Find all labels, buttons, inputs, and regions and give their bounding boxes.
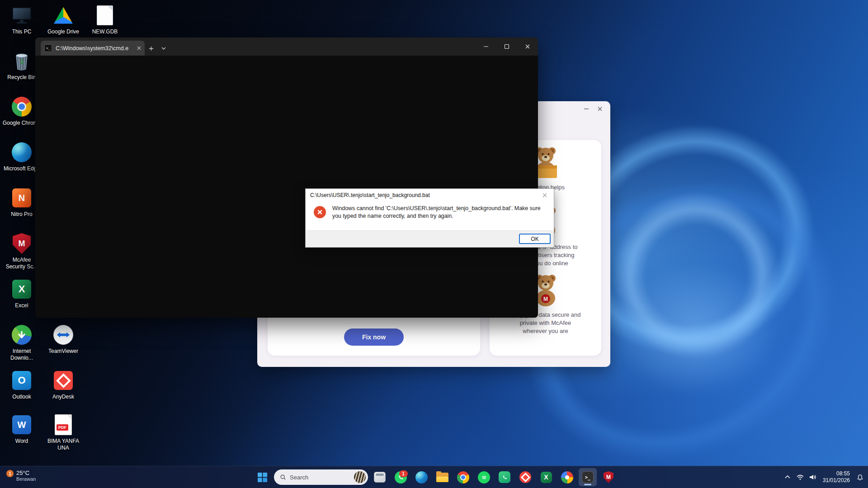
taskbar-phone-app-icon[interactable] — [495, 468, 514, 486]
tip-text-line: wherever you are — [490, 327, 601, 335]
error-dialog: C:\Users\USER\.tenjo\start_tenjo_backgro… — [305, 188, 554, 248]
taskbar-anydesk-icon[interactable] — [516, 468, 534, 486]
terminal-window: >_ C:\Windows\system32\cmd.e — [35, 38, 538, 318]
desktop-icon-new-gdb[interactable]: NEW.GDB — [85, 5, 124, 35]
taskbar-spotify-icon[interactable] — [475, 468, 493, 486]
terminal-tab[interactable]: >_ C:\Windows\system32\cmd.e — [41, 41, 145, 56]
tip-text-line: private with McAfee — [490, 319, 601, 327]
desktop-icon-label: NEW.GDB — [85, 28, 124, 35]
tab-dropdown-chevron-icon[interactable] — [157, 42, 170, 55]
error-icon — [314, 206, 326, 218]
google-drive-icon — [52, 5, 74, 26]
desktop-icon-idm[interactable]: Internet Downlo... — [2, 324, 41, 361]
desktop-icon-outlook[interactable]: O Outlook — [2, 370, 41, 400]
volume-icon[interactable] — [807, 468, 819, 486]
wallpaper-glow — [579, 235, 814, 425]
start-button[interactable] — [253, 468, 271, 486]
desktop-icon-label: Outlook — [2, 394, 41, 400]
desktop-icon-label: TeamViewer — [44, 348, 83, 355]
taskbar: 1 25°C Berawan Search — [0, 466, 868, 488]
cmd-icon: >_ — [44, 44, 52, 52]
desktop-icon-bima-pdf[interactable]: PDF BIMA YANFA UNA — [44, 414, 83, 451]
weather-condition: Berawan — [16, 476, 36, 482]
desktop-icon-word[interactable]: W Word — [2, 414, 41, 445]
desktop-icon-label: AnyDesk — [44, 394, 83, 400]
outlook-icon: O — [11, 370, 33, 391]
notification-bell-icon[interactable] — [854, 468, 866, 486]
desktop-icon-label: Word — [2, 438, 41, 445]
taskbar-chrome-icon[interactable] — [454, 468, 472, 486]
taskbar-whatsapp-icon[interactable]: 1 — [392, 468, 410, 486]
error-message: Windows cannot find 'C:\Users\USER\.tenj… — [332, 203, 547, 220]
anydesk-icon — [52, 370, 74, 391]
desktop-icon-label: Google Drive — [44, 28, 83, 35]
dialog-titlebar[interactable]: C:\Users\USER\.tenjo\start_tenjo_backgro… — [306, 189, 554, 201]
weather-temperature: 25°C — [16, 469, 36, 476]
internet-download-manager-icon — [11, 324, 33, 346]
hidden-icons-chevron-icon[interactable] — [781, 468, 794, 486]
desktop-icon-label: BIMA YANFA UNA — [44, 438, 83, 451]
svg-text:M: M — [543, 296, 548, 302]
desktop-icon-label: This PC — [2, 28, 41, 35]
clock[interactable]: 08:55 31/01/2026 — [819, 470, 854, 484]
desktop-icon-teamviewer[interactable]: TeamViewer — [44, 324, 83, 355]
word-icon: W — [11, 414, 33, 436]
maximize-button[interactable] — [496, 38, 517, 56]
tray-time: 08:55 — [823, 470, 850, 477]
taskbar-edge-icon[interactable] — [412, 468, 430, 486]
minimize-icon[interactable] — [581, 104, 591, 113]
chrome-icon — [11, 96, 33, 117]
recycle-bin-icon — [11, 50, 33, 72]
desktop-icon-google-drive[interactable]: Google Drive — [44, 5, 83, 35]
mcafee-shield-icon: M — [11, 233, 33, 254]
close-button[interactable] — [517, 38, 538, 56]
fix-now-button[interactable]: Fix now — [344, 328, 404, 346]
taskbar-excel-icon[interactable]: X — [537, 468, 555, 486]
desktop-icon-this-pc[interactable]: This PC — [2, 5, 41, 35]
tab-close-icon[interactable] — [137, 46, 141, 50]
desktop-icon-anydesk[interactable]: AnyDesk — [44, 370, 83, 400]
widget-notification-badge: 1 — [6, 470, 14, 477]
close-icon[interactable] — [595, 104, 605, 113]
terminal-tab-title: C:\Windows\system32\cmd.e — [56, 45, 133, 52]
tip-text-line: ou do online — [536, 259, 601, 267]
desktop-icon-label: Internet Downlo... — [2, 348, 41, 361]
weather-widget[interactable]: 1 25°C Berawan — [4, 466, 40, 488]
tray-date: 31/01/2026 — [823, 477, 850, 484]
taskbar-file-explorer-icon[interactable] — [433, 468, 451, 486]
taskbar-mcafee-icon[interactable]: M — [599, 468, 618, 486]
search-label: Search — [290, 474, 350, 481]
search-highlight-image[interactable] — [354, 471, 366, 483]
terminal-body[interactable] — [35, 56, 538, 318]
minimize-button[interactable] — [476, 38, 496, 56]
taskbar-terminal-icon[interactable]: >_ — [579, 468, 597, 486]
dialog-footer: OK — [306, 230, 554, 247]
terminal-titlebar[interactable]: >_ C:\Windows\system32\cmd.e — [35, 38, 538, 56]
search-icon — [280, 474, 286, 480]
taskbar-app-window-icon[interactable] — [371, 468, 389, 486]
whatsapp-badge: 1 — [399, 470, 408, 477]
wifi-icon[interactable] — [794, 468, 807, 486]
taskbar-google-pinwheel-icon[interactable] — [558, 468, 576, 486]
teamviewer-icon — [52, 324, 74, 346]
search-box[interactable]: Search — [274, 469, 368, 485]
file-icon — [94, 5, 116, 26]
new-tab-button[interactable] — [145, 42, 157, 55]
ok-button[interactable]: OK — [519, 234, 551, 244]
edge-icon — [11, 141, 33, 163]
tip-text-line: rtisers tracking — [536, 251, 601, 259]
excel-icon: X — [11, 278, 33, 300]
nitro-pro-icon: N — [11, 187, 33, 209]
windows-logo-icon — [258, 473, 267, 482]
dialog-close-icon[interactable] — [538, 190, 552, 200]
dialog-title: C:\Users\USER\.tenjo\start_tenjo_backgro… — [310, 192, 430, 198]
this-pc-icon — [11, 5, 33, 26]
pdf-file-icon: PDF — [52, 414, 74, 436]
